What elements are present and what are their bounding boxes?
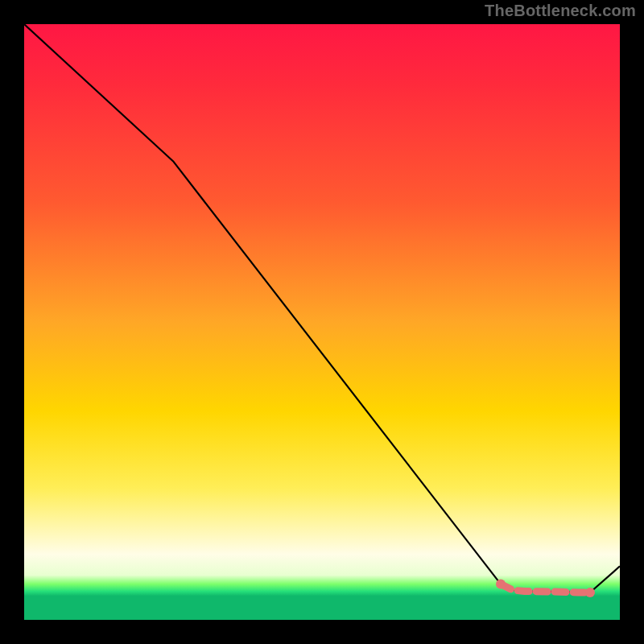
watermark-text: TheBottleneck.com xyxy=(485,2,636,20)
chart-frame: TheBottleneck.com xyxy=(0,0,644,644)
highlight-curve xyxy=(501,584,590,592)
main-curve xyxy=(24,24,620,592)
highlight-endpoint xyxy=(585,588,595,597)
chart-overlay xyxy=(24,24,620,620)
highlight-endpoint xyxy=(496,580,506,589)
